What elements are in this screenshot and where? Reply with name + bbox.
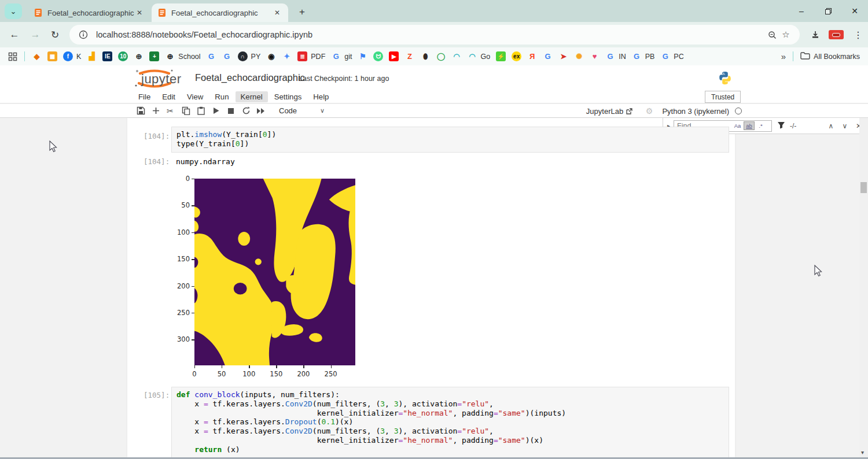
run-all-button[interactable] (253, 105, 269, 117)
notebook-scrollbar[interactable]: ▾ (859, 118, 868, 457)
insert-button[interactable] (148, 105, 163, 117)
browser-tab-active[interactable]: Foetal_echocardiographic ✕ (152, 3, 288, 22)
trusted-button[interactable]: Trusted (705, 91, 741, 103)
bookmark-dark-oval[interactable]: ⬮ (420, 51, 430, 61)
bookmark-zap[interactable]: ⚡ (496, 51, 506, 61)
zoom-icon[interactable] (765, 28, 779, 42)
bookmark-dark-circle[interactable]: ◉ (266, 51, 276, 61)
code-cell-input[interactable]: plt.imshow(Y_train[0])type(Y_train[0]) (171, 127, 729, 153)
bookmark-google[interactable]: G (543, 51, 553, 61)
bookmark-yandex[interactable]: Я (527, 51, 537, 61)
back-button[interactable]: ← (6, 26, 23, 43)
browser-menu-icon[interactable]: ⋮ (851, 27, 866, 42)
filter-icon[interactable] (777, 121, 785, 131)
scrollbar-thumb[interactable] (860, 182, 867, 193)
chevron-down-icon[interactable]: ∨ (320, 107, 325, 114)
bookmark-heart[interactable]: ♥ (590, 51, 599, 61)
kernel-name[interactable]: Python 3 (ipykernel) (662, 107, 729, 116)
menu-settings[interactable]: Settings (269, 91, 307, 102)
external-link-icon (626, 108, 633, 115)
apps-grid-icon[interactable] (8, 52, 17, 61)
bookmark-globe-dark[interactable]: ⊕ (134, 51, 144, 61)
bookmark-nav-arrow[interactable]: ➤ (558, 51, 568, 61)
bookmark-google-pc[interactable]: GPC (660, 51, 683, 61)
bookmark-sheets[interactable]: + (149, 51, 159, 61)
menu-run[interactable]: Run (209, 91, 234, 102)
scrollbar-down-icon[interactable]: ▾ (861, 449, 864, 456)
bookmark-star-icon[interactable]: ☆ (779, 28, 793, 42)
minimize-button[interactable]: – (788, 0, 815, 22)
whole-word-toggle[interactable]: ab (744, 121, 755, 130)
copy-button[interactable] (178, 105, 193, 117)
paste-button[interactable] (193, 105, 208, 117)
bookmark-ex[interactable]: ex (512, 51, 521, 61)
tab-close-icon[interactable]: ✕ (272, 8, 282, 18)
code-cell-input[interactable]: def conv_block(inputs, num_filters): x =… (171, 387, 729, 457)
bookmark-flag[interactable]: ⚑ (358, 51, 367, 61)
cell-type-dropdown[interactable]: Code (279, 106, 297, 115)
new-tab-button[interactable]: + (295, 5, 309, 19)
tab-title: Foetal_echocardiographic (171, 9, 272, 17)
all-bookmarks-button[interactable]: All Bookmarks (800, 51, 860, 61)
menu-view[interactable]: View (182, 91, 208, 102)
bookmark-youtube[interactable]: ▶ (389, 51, 399, 61)
bookmark-analytics[interactable]: ▟ (87, 51, 97, 61)
code-line: type(Y_train[0]) (176, 139, 724, 149)
run-button[interactable] (208, 105, 223, 117)
url-text[interactable]: localhost:8888/notebooks/Foetal_echocard… (96, 30, 765, 39)
reload-button[interactable]: ↻ (46, 26, 64, 43)
bookmark-pdf[interactable]: ≣PDF (297, 51, 325, 61)
cut-button[interactable]: ✂ (163, 105, 178, 117)
jupyter-logo[interactable]: jupyter (132, 68, 182, 90)
site-info-icon[interactable] (76, 28, 90, 42)
bookmark-diamond[interactable]: ◆ (32, 51, 42, 61)
extension-badge-icon[interactable] (829, 30, 844, 39)
maximize-button[interactable] (815, 0, 841, 22)
bookmark-school[interactable]: ⊕School (165, 51, 200, 61)
bookmark-blue-bird[interactable]: ✦ (282, 51, 292, 61)
tab-search-button[interactable]: ⌄ (5, 3, 22, 19)
bookmark-google[interactable]: G (222, 51, 232, 61)
find-next-icon[interactable]: ∨ (838, 120, 852, 132)
y-tick-label: 100 (170, 228, 190, 236)
notebook-scroll-area[interactable]: ▸ Aaab.* -/- ∧ ∨ ✕ [104]: plt.imshow(Y_t… (0, 118, 868, 457)
bookmark-google-pb[interactable]: GPB (632, 51, 655, 61)
bookmark-teal-swirl[interactable]: ◠ (451, 51, 461, 61)
browser-tab-inactive[interactable]: Foetal_echocardiographic ✕ (28, 3, 150, 22)
bookmark-google-in[interactable]: GIN (605, 51, 626, 61)
bookmark-teal-swirl[interactable]: ◠Go (467, 51, 490, 61)
forward-button[interactable]: → (27, 26, 44, 43)
open-in-jupyterlab-link[interactable]: JupyterLab (586, 107, 633, 116)
bookmark-ieee[interactable]: IE (102, 51, 112, 61)
bookmark-google-pb-label: PB (645, 53, 655, 61)
address-bar[interactable]: localhost:8888/notebooks/Foetal_echocard… (69, 25, 800, 45)
menu-file[interactable]: File (133, 91, 156, 102)
restart-button[interactable] (238, 105, 253, 117)
find-previous-icon[interactable]: ∧ (824, 120, 838, 132)
bookmark-zerodha[interactable]: Z (404, 51, 414, 61)
bookmark-android[interactable]: ᗢ (373, 51, 383, 61)
python-logo-icon (718, 71, 732, 85)
close-window-button[interactable]: ✕ (841, 0, 868, 22)
save-button[interactable] (133, 105, 148, 117)
regex-toggle[interactable]: .* (755, 121, 766, 130)
bookmark-google-git[interactable]: Ggit (331, 51, 352, 61)
match-case-toggle[interactable]: Aa (732, 121, 743, 130)
bookmark-green-badge[interactable]: 10 (118, 51, 128, 61)
stop-button[interactable] (223, 105, 238, 117)
x-tick-mark (194, 365, 195, 368)
bookmarks-overflow-icon[interactable]: » (781, 51, 786, 61)
menu-edit[interactable]: Edit (157, 91, 181, 102)
menu-kernel[interactable]: Kernel (236, 91, 268, 102)
gear-icon[interactable]: ⚙ (646, 106, 653, 116)
bookmark-flower[interactable]: ✺ (574, 51, 584, 61)
tab-close-icon[interactable]: ✕ (134, 8, 145, 18)
notebook-title[interactable]: Foetal_echocardiographic (195, 72, 305, 83)
bookmark-github[interactable]: ∩PY (238, 51, 261, 61)
download-icon[interactable] (808, 27, 823, 42)
bookmark-facebook[interactable]: fK (63, 51, 81, 61)
menu-help[interactable]: Help (308, 91, 334, 102)
bookmark-google[interactable]: G (207, 51, 216, 61)
bookmark-green-ring[interactable]: ◯ (436, 51, 446, 61)
bookmark-orange-app[interactable]: ▦ (47, 51, 57, 61)
